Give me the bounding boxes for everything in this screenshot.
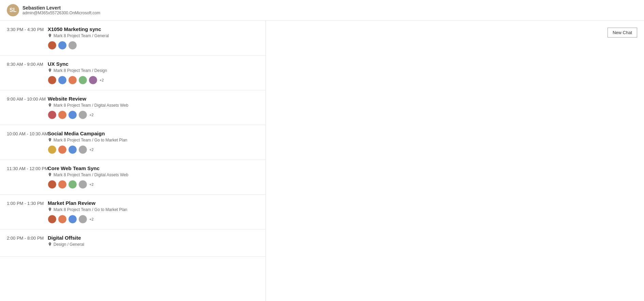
attendee-avatar [58,145,67,154]
event-row[interactable]: 10:00 AM - 10:30 AM Social Media Campaig… [0,125,265,160]
new-chat-panel: New Chat [266,21,644,301]
event-title: UX Sync [48,61,259,67]
attendee-avatar [78,145,87,154]
location-text: Design / General [53,242,84,247]
attendee-avatar [48,41,57,50]
attendee-avatar [68,110,77,119]
location-text: Mark 8 Project Team / Design [53,68,107,73]
attendee-avatar [48,145,57,154]
attendee-avatar [48,215,57,224]
event-location: Mark 8 Project Team / General [48,33,259,38]
attendee-avatar [58,215,67,224]
avatars-row: +2 [48,215,259,224]
event-row[interactable]: 2:00 PM - 8:00 PM Digital Offsite Design… [0,229,265,257]
location-text: Mark 8 Project Team / Go to Market Plan [53,138,127,142]
event-time: 10:00 AM - 10:30 AM [7,131,48,136]
event-location: Mark 8 Project Team / Design [48,68,259,73]
event-location: Mark 8 Project Team / Digital Assets Web [48,172,259,177]
plus-badge: +2 [89,217,94,221]
attendee-avatar [68,145,77,154]
attendee-avatar [58,180,67,189]
event-title: X1050 Marketing sync [48,26,259,32]
new-chat-button[interactable]: New Chat [608,28,637,37]
user-info: Sebastien Levert admin@M365x55726300.OnM… [22,5,100,15]
location-text: Mark 8 Project Team / Digital Assets Web [53,103,128,108]
event-details: UX Sync Mark 8 Project Team / Design +2 [48,61,259,85]
event-title: Website Review [48,96,259,102]
attendee-avatar [89,76,97,85]
attendee-avatar [68,76,77,85]
user-avatar: SL [7,4,19,16]
attendee-avatar [78,180,87,189]
event-time: 1:00 PM - 1:30 PM [7,200,48,206]
event-details: Website Review Mark 8 Project Team / Dig… [48,96,259,119]
event-row[interactable]: 8:30 AM - 9:00 AM UX Sync Mark 8 Project… [0,56,265,90]
user-email: admin@M365x55726300.OnMicrosoft.com [22,11,100,15]
attendee-avatar [78,215,87,224]
event-details: Market Plan Review Mark 8 Project Team /… [48,200,259,224]
event-location: Mark 8 Project Team / Go to Market Plan [48,207,259,212]
plus-badge: +2 [89,148,94,152]
event-row[interactable]: 9:00 AM - 10:00 AM Website Review Mark 8… [0,90,265,125]
event-time: 9:00 AM - 10:00 AM [7,96,48,102]
attendee-avatar [68,215,77,224]
event-title: Digital Offsite [48,235,259,241]
event-details: Social Media Campaign Mark 8 Project Tea… [48,131,259,154]
event-title: Core Web Team Sync [48,165,259,171]
attendee-avatar [58,110,67,119]
event-details: Digital Offsite Design / General [48,235,259,250]
event-title: Social Media Campaign [48,131,259,136]
avatars-row: +2 [48,145,259,154]
event-row[interactable]: 1:00 PM - 1:30 PM Market Plan Review Mar… [0,195,265,229]
event-details: Core Web Team Sync Mark 8 Project Team /… [48,165,259,189]
event-time: 3:30 PM - 4:30 PM [7,26,48,32]
avatars-row [48,41,259,50]
event-row[interactable]: 3:30 PM - 4:30 PM X1050 Marketing sync M… [0,21,265,56]
event-row[interactable]: 11:30 AM - 12:00 PM Core Web Team Sync M… [0,160,265,195]
event-time: 2:00 PM - 8:00 PM [7,235,48,241]
user-name: Sebastien Levert [22,5,100,11]
event-details: X1050 Marketing sync Mark 8 Project Team… [48,26,259,50]
attendee-avatar [48,76,57,85]
event-location: Mark 8 Project Team / Go to Market Plan [48,138,259,142]
event-time: 8:30 AM - 9:00 AM [7,61,48,67]
calendar-panel: 3:30 PM - 4:30 PM X1050 Marketing sync M… [0,21,266,301]
attendee-avatar [68,180,77,189]
attendee-avatar [68,41,77,50]
avatars-row: +2 [48,180,259,189]
event-title: Market Plan Review [48,200,259,206]
plus-badge: +2 [89,182,94,186]
location-text: Mark 8 Project Team / Go to Market Plan [53,207,127,212]
event-time: 11:30 AM - 12:00 PM [7,165,48,171]
attendee-avatar [58,76,67,85]
location-text: Mark 8 Project Team / General [53,33,109,38]
event-location: Design / General [48,242,259,247]
event-location: Mark 8 Project Team / Digital Assets Web [48,103,259,108]
attendee-avatar [48,110,57,119]
main-layout: 3:30 PM - 4:30 PM X1050 Marketing sync M… [0,21,644,301]
avatars-row: +2 [48,110,259,119]
attendee-avatar [78,110,87,119]
attendee-avatar [48,180,57,189]
avatars-row: +2 [48,76,259,85]
header: SL Sebastien Levert admin@M365x55726300.… [0,0,644,21]
attendee-avatar [78,76,87,85]
location-text: Mark 8 Project Team / Digital Assets Web [53,172,128,177]
plus-badge: +2 [89,113,94,117]
attendee-avatar [58,41,67,50]
plus-badge: +2 [99,78,104,82]
